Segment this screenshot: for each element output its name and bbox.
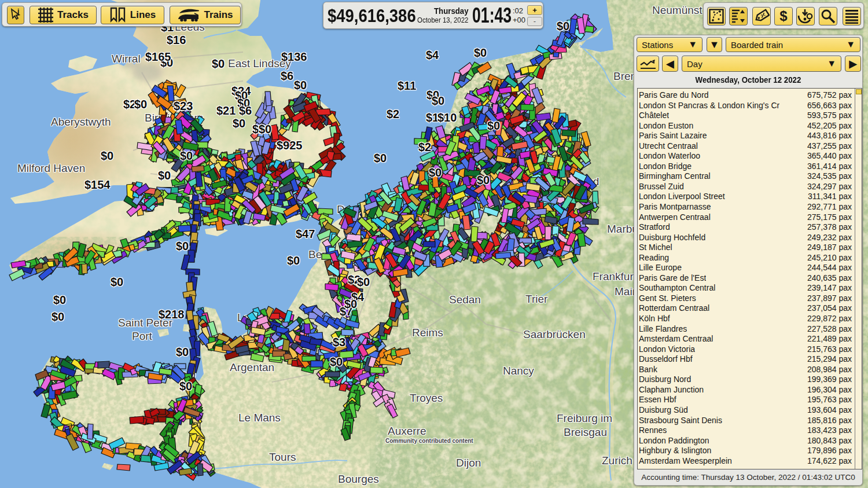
svg-text:$: $ <box>779 9 788 24</box>
svg-text:i: i <box>17 8 19 16</box>
